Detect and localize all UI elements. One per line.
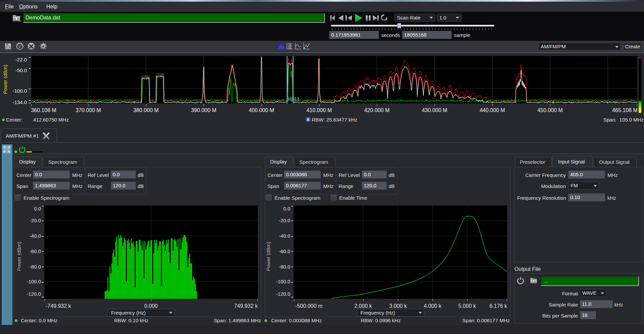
svg-text:i: i — [19, 44, 20, 49]
